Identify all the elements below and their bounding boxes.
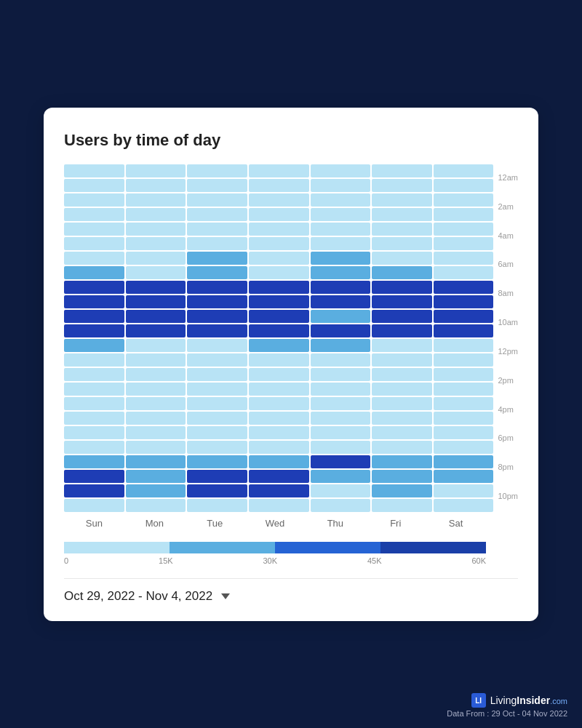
heatmap-cell [434,339,494,352]
heatmap-cell [126,368,186,381]
heatmap-cell [372,295,432,308]
time-label: 2pm [498,367,518,394]
heatmap-cell [64,310,124,323]
heatmap-cell [187,208,247,221]
heatmap-cell [434,470,494,483]
day-label: Mon [124,518,185,529]
heatmap-grid [64,164,493,512]
footer: LI LivingInsider.com Data From : 29 Oct … [447,693,567,718]
heatmap-cell [372,310,432,323]
heatmap-cell [126,193,186,207]
date-range-row[interactable]: Oct 29, 2022 - Nov 4, 2022 [64,589,518,604]
brand-icon: LI [471,693,486,708]
legend-labels: 015K30K45K60K [64,556,486,565]
heatmap-cell [187,179,247,192]
chart-title: Users by time of day [64,131,518,150]
heatmap-cell [126,499,186,512]
heatmap-cell [187,353,247,367]
heatmap-cell [311,499,371,512]
heatmap-cell [434,223,494,236]
heatmap-cell [434,484,494,497]
heatmap-cell [64,397,124,410]
heatmap-cell [311,281,371,294]
heatmap-cell [372,179,432,192]
heatmap-cell [126,397,186,410]
legend-label: 30K [263,556,277,565]
heatmap-cell [64,426,124,439]
heatmap-cell [64,252,124,265]
heatmap-cell [187,441,247,454]
heatmap-cell [64,339,124,352]
heatmap-cell [311,310,371,323]
heatmap-cell [126,484,186,497]
footer-data-text: Data From : 29 Oct - 04 Nov 2022 [447,709,567,718]
heatmap-cell [372,353,432,367]
time-label: 12pm [498,337,518,365]
time-label: 10am [498,309,518,337]
day-label: Tue [185,518,245,529]
heatmap-cell [372,383,432,396]
legend-segment [170,542,275,553]
heatmap-cell [249,237,309,250]
heatmap-cell [187,397,247,410]
heatmap-cell [187,499,247,512]
heatmap-cell [249,339,309,352]
heatmap-cell [249,193,309,207]
heatmap-cell [372,499,432,512]
time-label: 8pm [498,454,518,481]
heatmap-cell [311,484,371,497]
heatmap-cell [126,324,186,337]
heatmap-cell [187,412,247,425]
heatmap-cell [187,383,247,396]
heatmap-cell [311,426,371,439]
heatmap-cell [372,397,432,410]
heatmap-cell [434,353,494,367]
heatmap-cell [64,441,124,454]
heatmap-cell [64,484,124,497]
heatmap-cell [434,310,494,323]
heatmap-cell [64,295,124,308]
chevron-down-icon[interactable] [221,593,230,599]
day-label: Sun [64,518,124,529]
heatmap-cell [434,281,494,294]
heatmap-cell [249,383,309,396]
day-label: Fri [365,518,426,529]
heatmap-cell [64,237,124,250]
heatmap-cell [249,281,309,294]
heatmap-cell [126,281,186,294]
heatmap-cell [434,426,494,439]
heatmap-cell [64,499,124,512]
heatmap-cell [249,397,309,410]
heatmap-cell [434,397,494,410]
heatmap-cell [372,339,432,352]
legend-segment [64,542,170,553]
heatmap-cell [249,499,309,512]
time-labels: 12am2am4am6am8am10am12pm2pm4pm6pm8pm10pm [493,164,518,512]
legend: 015K30K45K60K [64,542,518,565]
heatmap-cell [249,179,309,192]
heatmap-cell [249,470,309,483]
heatmap-cell [372,470,432,483]
heatmap-cell [311,470,371,483]
heatmap-cell [187,455,247,468]
heatmap-cell [64,193,124,207]
heatmap-cell [311,383,371,396]
heatmap-cell [434,252,494,265]
heatmap-cell [249,426,309,439]
heatmap-cell [126,295,186,308]
date-range-text: Oct 29, 2022 - Nov 4, 2022 [64,589,212,604]
time-label: 4pm [498,396,518,423]
heatmap-cell [372,368,432,381]
heatmap-cell [434,179,494,192]
heatmap-cell [126,237,186,250]
day-label: Sat [426,518,486,529]
heatmap-cell [434,441,494,454]
heatmap-cell [249,310,309,323]
heatmap-cell [311,324,371,337]
heatmap-cell [372,252,432,265]
heatmap-cell [187,193,247,207]
heatmap-cell [64,470,124,483]
heatmap-cell [187,470,247,483]
heatmap-cell [311,223,371,236]
heatmap-cell [64,223,124,236]
